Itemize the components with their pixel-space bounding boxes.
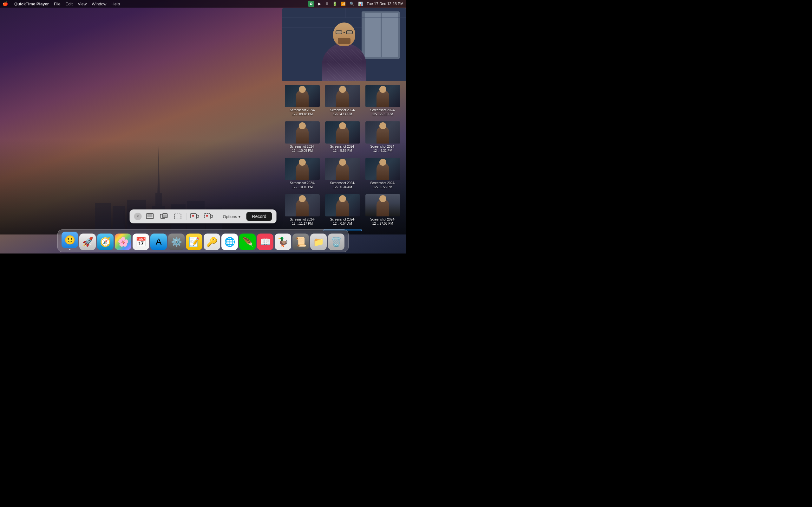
svg-marker-30 — [211, 215, 213, 218]
record-screen-button[interactable] — [189, 212, 200, 221]
screenshot-item[interactable]: Screenshot 2024-12-...11.17 PM — [284, 193, 321, 227]
menubar-play-icon[interactable]: ▶ — [318, 2, 321, 6]
menubar: 🍎 QuickTime Player File Edit View Window… — [0, 0, 406, 8]
screenshot-item[interactable]: Screenshot 2024-12-...09.18 PM — [284, 83, 321, 118]
screenshot-item[interactable]: Screenshot 2024-12-...10.16 PM — [284, 157, 321, 190]
dock-item-robinhood[interactable]: 🪶 — [239, 233, 256, 250]
dock-icon-appstore: A — [150, 233, 167, 250]
toolbar-close-button[interactable]: × — [134, 213, 142, 220]
screenshot-thumbnail — [365, 85, 400, 107]
screenshot-label: Screenshot 2024-12-...27.08 PM — [365, 217, 400, 226]
menu-edit[interactable]: Edit — [66, 2, 72, 6]
menu-help[interactable]: Help — [111, 2, 120, 6]
fullscreen-capture-icon — [146, 213, 154, 220]
screenshot-item[interactable]: Screenshot 2024-12-...5.59 PM — [324, 120, 362, 154]
dock-item-launchpad[interactable]: 🚀 — [79, 233, 96, 250]
screenshots-panel: Screenshot 2024-12-...09.18 PM Screensho… — [282, 82, 403, 231]
menubar-clock: Tue 17 Dec 12:25 PM — [367, 2, 403, 6]
screenshot-thumbnail — [285, 194, 320, 216]
menubar-search-icon[interactable]: 🔍 — [350, 2, 354, 6]
screenshot-label: Screenshot 2024-12-...6.55 PM — [365, 181, 400, 189]
screenshot-item[interactable]: Screenshot 2024-12-...4.14 PM — [324, 83, 362, 118]
screenshot-thumbnail — [325, 194, 360, 216]
screenshot-thumbnail — [365, 158, 400, 180]
dock-item-pocket[interactable]: 📖 — [257, 233, 273, 250]
dock-icon-trash: 🗑️ — [328, 233, 345, 250]
dock-item-calendar[interactable]: 📅 — [133, 233, 149, 250]
screenshot-thumbnail — [365, 194, 400, 216]
screenshot-item[interactable]: Screenshot 2024-12-...0.34 AM — [324, 157, 362, 190]
apple-menu[interactable]: 🍎 — [3, 1, 8, 6]
screenshot-thumbnail — [325, 158, 360, 180]
svg-point-28 — [192, 215, 194, 217]
dock-icon-files: 📁 — [310, 233, 327, 250]
screenshot-item[interactable]: Screenshot 2024-12-...10.05 PM — [284, 120, 321, 154]
dock-item-finder[interactable]: 🙂 — [61, 232, 78, 250]
svg-rect-14 — [365, 13, 380, 57]
record-screen-icon — [190, 213, 199, 220]
options-chevron-icon: ▾ — [238, 214, 241, 219]
screenshot-thumbnail — [285, 121, 320, 144]
screenshot-thumbnail — [365, 231, 400, 231]
dock: 🙂 🚀 🧭 🌸 📅 A ⚙️ 📝 — [57, 229, 349, 252]
menubar-screen-icon[interactable]: 🖥 — [325, 2, 328, 6]
dock-icon-finder: 🙂 — [61, 232, 78, 248]
camera-recording-indicator — [308, 1, 314, 7]
menu-file[interactable]: File — [54, 2, 61, 6]
svg-rect-24 — [163, 215, 167, 217]
menubar-control-center-icon[interactable]: 📊 — [358, 2, 363, 6]
record-button[interactable]: Record — [246, 212, 272, 221]
toolbar-divider-2 — [217, 213, 217, 220]
screenshot-label: Screenshot 2024-12-...0.54 AM — [325, 217, 360, 226]
screenshot-item[interactable]: Screenshot 2024-12-...27.08 PM — [364, 193, 402, 227]
app-name[interactable]: QuickTime Player — [14, 2, 49, 6]
dock-item-notes[interactable]: 📝 — [186, 233, 202, 250]
screenshot-item[interactable]: Screenshot 2024-12-...0.54 AM — [324, 193, 362, 227]
capture-selection-button[interactable] — [172, 212, 184, 221]
dock-active-dot — [69, 249, 70, 250]
options-button[interactable]: Options ▾ — [220, 213, 244, 220]
screenshot-label: Screenshot 2024-12-...4.14 PM — [325, 108, 360, 116]
screenshot-item[interactable]: Screenshot 2024-12-...6.55 PM — [364, 157, 402, 190]
dock-item-safari[interactable]: 🧭 — [97, 233, 113, 250]
menubar-wifi-icon[interactable]: 📶 — [341, 2, 346, 6]
dock-item-scripts[interactable]: 📜 — [293, 233, 309, 250]
screenshot-thumbnail — [285, 158, 320, 180]
dock-item-photos[interactable]: 🌸 — [115, 233, 131, 250]
dock-icon-calendar: 📅 — [133, 233, 149, 250]
dock-item-settings[interactable]: ⚙️ — [168, 233, 185, 250]
screenshot-label: Screenshot 2024-12-...25.15 PM — [365, 108, 400, 116]
svg-point-31 — [206, 215, 208, 217]
svg-rect-25 — [175, 214, 181, 219]
menu-view[interactable]: View — [78, 2, 87, 6]
dock-item-chrome[interactable]: 🌐 — [221, 233, 238, 250]
camera-preview-window — [282, 8, 406, 81]
record-selection-icon — [204, 213, 213, 220]
screenshot-item[interactable]: Screenshot 2024-12-...27.23 PM — [364, 229, 402, 231]
dock-icon-launchpad: 🚀 — [79, 233, 96, 250]
screenshot-label: Screenshot 2024-12-...10.16 PM — [285, 181, 320, 189]
dock-item-passwords[interactable]: 🔑 — [204, 233, 220, 250]
dock-icon-photos: 🌸 — [115, 233, 131, 250]
screenshot-label: Screenshot 2024-12-...09.18 PM — [285, 108, 320, 116]
menubar-right: ▶ 🖥 🔋 📶 🔍 📊 Tue 17 Dec 12:25 PM — [308, 1, 403, 7]
dock-icon-passwords: 🔑 — [204, 233, 220, 250]
capture-fullscreen-button[interactable] — [144, 212, 156, 221]
dock-item-trash[interactable]: 🗑️ — [328, 233, 345, 250]
dock-icon-robinhood: 🪶 — [239, 233, 256, 250]
dock-icon-settings: ⚙️ — [168, 233, 185, 250]
screenshot-item[interactable]: Screenshot 2024-12-...25.15 PM — [364, 83, 402, 118]
screenshot-item[interactable]: Screenshot 2024-12-...6.32 PM — [364, 120, 402, 154]
record-selection-button[interactable] — [203, 212, 214, 221]
dock-item-appstore[interactable]: A — [150, 233, 167, 250]
capture-window-button[interactable] — [158, 212, 170, 221]
dock-item-files[interactable]: 📁 — [310, 233, 327, 250]
menu-window[interactable]: Window — [92, 2, 106, 6]
svg-rect-21 — [148, 214, 153, 217]
dock-icon-safari: 🧭 — [97, 233, 113, 250]
toolbar-divider-1 — [186, 213, 187, 220]
svg-point-11 — [310, 3, 312, 4]
dock-item-duck[interactable]: 🦆 — [275, 233, 291, 250]
menubar-battery-icon[interactable]: 🔋 — [333, 2, 337, 6]
screenshot-label: Screenshot 2024-12-...11.17 PM — [285, 217, 320, 226]
